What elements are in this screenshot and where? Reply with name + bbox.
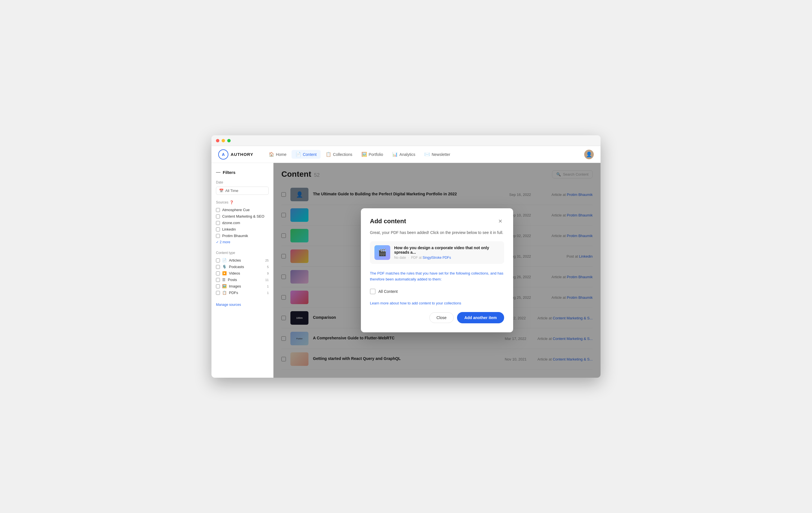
date-selector[interactable]: 📅 All Time <box>216 187 269 195</box>
collections-icon: 📋 <box>326 152 331 157</box>
source-checkbox-1[interactable] <box>216 214 220 218</box>
type-item-images[interactable]: 🖼️ Images 1 <box>216 283 269 290</box>
logo-area[interactable]: A AUTHORY <box>218 149 254 159</box>
portfolio-icon: 🖼️ <box>361 152 367 157</box>
navbar: A AUTHORY 🏠 Home 📄 Content 📋 Collections… <box>211 146 601 163</box>
type-checkbox-podcasts[interactable] <box>216 265 220 269</box>
show-more-sources[interactable]: ✓ 2 more <box>216 239 269 245</box>
source-item-1[interactable]: Content Marketing & SEO <box>216 213 269 219</box>
modal-actions: Close Add another item <box>370 312 504 323</box>
pdfs-count: 1 <box>267 291 269 295</box>
home-icon: 🏠 <box>269 152 274 157</box>
preview-title: How do you design a corporate video that… <box>394 245 500 254</box>
type-checkbox-posts[interactable] <box>216 278 220 282</box>
app-window: A AUTHORY 🏠 Home 📄 Content 📋 Collections… <box>211 135 601 378</box>
collection-checkbox-icon <box>370 289 376 294</box>
type-checkbox-pdfs[interactable] <box>216 291 220 295</box>
preview-info: How do you design a corporate video that… <box>394 245 500 260</box>
source-item-3[interactable]: Linkedin <box>216 226 269 233</box>
content-area: Content 52 🔍 Search Content 👤 The Ultima <box>273 163 601 378</box>
nav-item-analytics[interactable]: 📊 Analytics <box>388 150 419 159</box>
sources-filter-label: Sources ❓ <box>216 201 269 204</box>
type-checkbox-videos[interactable] <box>216 271 220 275</box>
help-icon: ❓ <box>230 201 234 204</box>
modal-title: Add content <box>370 218 406 225</box>
content-type-filter-section: Content type 📄 Articles 25 🎙️ Podcasts 5… <box>216 251 269 296</box>
type-checkbox-images[interactable] <box>216 284 220 288</box>
preview-thumbnail: 🎬 <box>374 245 390 260</box>
main-content: — Filters Date 📅 All Time Sources ❓ Atmo… <box>211 163 601 378</box>
add-another-item-button[interactable]: Add another item <box>457 312 504 323</box>
source-checkbox-4[interactable] <box>216 234 220 238</box>
traffic-lights <box>216 139 231 142</box>
source-checkbox-2[interactable] <box>216 221 220 225</box>
analytics-icon: 📊 <box>392 152 398 157</box>
nav-items: 🏠 Home 📄 Content 📋 Collections 🖼️ Portfo… <box>265 150 584 159</box>
posts-icon: ☰ <box>222 278 226 282</box>
collection-item-all-content: All Content <box>370 287 504 296</box>
modal-header: Add content ✕ <box>370 217 504 225</box>
type-item-articles[interactable]: 📄 Articles 25 <box>216 257 269 264</box>
type-item-posts[interactable]: ☰ Posts 11 <box>216 276 269 283</box>
nav-item-portfolio[interactable]: 🖼️ Portfolio <box>357 150 387 159</box>
type-checkbox-articles[interactable] <box>216 259 220 263</box>
maximize-button[interactable] <box>227 139 231 142</box>
date-filter-section: Date 📅 All Time <box>216 180 269 195</box>
type-item-pdfs[interactable]: 📋 PDFs 1 <box>216 290 269 296</box>
nav-item-content[interactable]: 📄 Content <box>292 150 321 159</box>
preview-source-name: SingylStroke PDFs <box>423 255 451 260</box>
source-checkbox-3[interactable] <box>216 228 220 232</box>
source-item-0[interactable]: Atmosphere Cue <box>216 207 269 213</box>
modal-overlay[interactable]: Add content ✕ Great, your PDF has been a… <box>273 163 601 378</box>
type-item-podcasts[interactable]: 🎙️ Podcasts 5 <box>216 264 269 270</box>
logo-text: AUTHORY <box>231 152 254 157</box>
close-button[interactable] <box>216 139 219 142</box>
videos-count: 9 <box>267 272 269 275</box>
nav-item-collections[interactable]: 📋 Collections <box>322 150 356 159</box>
avatar[interactable]: 👤 <box>584 150 594 159</box>
person-illustration: 🎬 <box>378 249 386 256</box>
logo-icon: A <box>218 149 228 159</box>
add-content-modal: Add content ✕ Great, your PDF has been a… <box>361 208 513 332</box>
close-button[interactable]: Close <box>429 312 454 323</box>
type-item-videos[interactable]: ▶️ Videos 9 <box>216 270 269 276</box>
article-icon: 📄 <box>222 258 227 263</box>
posts-count: 11 <box>265 278 269 281</box>
content-type-label: Content type <box>216 251 269 255</box>
source-checkbox-0[interactable] <box>216 208 220 212</box>
images-icon: 🖼️ <box>222 284 227 288</box>
calendar-icon: 📅 <box>219 188 224 193</box>
sidebar: — Filters Date 📅 All Time Sources ❓ Atmo… <box>211 163 273 378</box>
filters-title: Filters <box>223 170 235 175</box>
minimize-button[interactable] <box>222 139 225 142</box>
source-item-2[interactable]: dzone.com <box>216 219 269 226</box>
images-count: 1 <box>267 285 269 288</box>
modal-close-button[interactable]: ✕ <box>496 217 504 225</box>
preview-card[interactable]: 🎬 How do you design a corporate video th… <box>370 241 504 264</box>
learn-more-link[interactable]: Learn more about how to add content to y… <box>370 301 504 305</box>
nav-item-newsletter[interactable]: ✉️ Newsletter <box>420 150 454 159</box>
collections-note: The PDF matches the rules that you have … <box>370 271 504 282</box>
titlebar <box>211 135 601 146</box>
nav-item-home[interactable]: 🏠 Home <box>265 150 290 159</box>
podcast-icon: 🎙️ <box>222 265 227 269</box>
sidebar-header: — Filters <box>216 170 269 175</box>
podcasts-count: 5 <box>267 265 269 269</box>
preview-meta: No date · PDF at SingylStroke PDFs <box>394 255 500 260</box>
content-icon: 📄 <box>295 152 301 157</box>
modal-subtitle: Great, your PDF has been added! Click on… <box>370 230 504 236</box>
sources-filter-section: Sources ❓ Atmosphere Cue Content Marketi… <box>216 201 269 245</box>
pdf-icon: 📋 <box>222 291 227 295</box>
manage-sources-button[interactable]: Manage sources <box>216 302 269 308</box>
source-item-4[interactable]: Protim Bhaumik <box>216 233 269 239</box>
nav-right: 👤 <box>584 150 594 159</box>
video-icon: ▶️ <box>222 271 227 275</box>
articles-count: 25 <box>265 259 269 262</box>
newsletter-icon: ✉️ <box>424 152 430 157</box>
date-filter-label: Date <box>216 180 269 184</box>
collection-label: All Content <box>378 289 398 294</box>
